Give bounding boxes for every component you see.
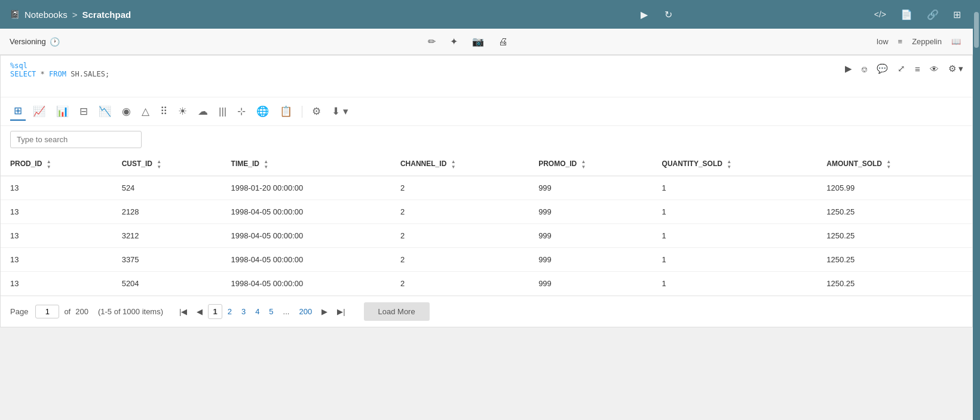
cell-time_id: 1998-04-05 00:00:00 xyxy=(222,224,391,248)
main-content: %sql SELECT * FROM SH.SALES; ▶ ⎊ 💬 ⤢ ≡ 👁 xyxy=(0,55,973,327)
viz-sun-button[interactable]: ☀ xyxy=(174,103,191,120)
cell-prod_id: 13 xyxy=(1,200,112,224)
cell-cust_id: 3212 xyxy=(112,224,222,248)
sort-arrows-amount-sold: ▲▼ xyxy=(886,159,891,170)
share-button[interactable]: 🔗 xyxy=(924,7,941,23)
versioning-label-text: Versioning xyxy=(10,37,46,46)
code-comment-button[interactable]: 💬 xyxy=(875,62,890,76)
magic-button[interactable]: ✦ xyxy=(448,33,460,50)
page-number-input[interactable] xyxy=(35,305,59,318)
cell-time_id: 1998-01-20 00:00:00 xyxy=(222,176,391,200)
viz-cloud-button[interactable]: ☁ xyxy=(194,103,212,120)
viz-triangle-button[interactable]: △ xyxy=(138,103,153,120)
scrollbar-thumb[interactable] xyxy=(974,12,979,48)
cell-cust_id: 5204 xyxy=(112,272,222,296)
table-row: 1333751998-04-05 00:00:00299911250.25 xyxy=(1,248,972,272)
toolbar-right-tools: low ≡ Zeppelin 📖 xyxy=(877,35,963,48)
sort-arrows-cust-id: ▲▼ xyxy=(157,159,161,170)
next-page-button[interactable]: ▶ xyxy=(317,305,332,318)
notebooks-link[interactable]: Notebooks xyxy=(24,10,68,20)
viz-bar2-button[interactable]: ||| xyxy=(215,103,230,120)
viz-pie-button[interactable]: ◉ xyxy=(118,103,134,120)
viz-line-button[interactable]: 📈 xyxy=(29,103,49,120)
col-header-amount-sold[interactable]: AMOUNT_SOLD ▲▼ xyxy=(817,153,972,176)
cell-quantity_sold: 1 xyxy=(653,272,817,296)
viz-filter-button[interactable]: ⚙ xyxy=(308,103,324,120)
sort-arrows-prod-id: ▲▼ xyxy=(47,159,51,170)
cell-promo_id: 999 xyxy=(529,200,652,224)
code-chart-button[interactable]: ⎊ xyxy=(860,62,869,76)
page-5-button[interactable]: 5 xyxy=(265,305,277,318)
code-expand-button[interactable]: ⤢ xyxy=(896,62,907,76)
viz-dot-button[interactable]: ⠿ xyxy=(157,103,171,120)
col-header-cust-id[interactable]: CUST_ID ▲▼ xyxy=(112,153,222,176)
refresh-button[interactable]: ↻ xyxy=(662,7,675,23)
zeppelin-icon-button[interactable]: 📖 xyxy=(949,35,963,48)
load-more-button[interactable]: Load More xyxy=(364,302,430,321)
table-row: 1352041998-04-05 00:00:00299911250.25 xyxy=(1,272,972,296)
viz-download-button[interactable]: ⬇ ▾ xyxy=(328,103,352,120)
sort-arrows-quantity-sold: ▲▼ xyxy=(727,159,731,170)
print-button[interactable]: 🖨 xyxy=(496,33,510,50)
col-header-channel-id[interactable]: CHANNEL_ID ▲▼ xyxy=(391,153,529,176)
code-view-button[interactable]: </> xyxy=(872,7,889,22)
viz-bar-button[interactable]: 📊 xyxy=(53,103,72,120)
cell-promo_id: 999 xyxy=(529,176,652,200)
viz-table-button[interactable]: ⊞ xyxy=(10,102,26,121)
cell-amount_sold: 1250.25 xyxy=(817,224,972,248)
table-row: 1321281998-04-05 00:00:00299911250.25 xyxy=(1,200,972,224)
viz-toolbar: ⊞ 📈 📊 ⊟ 📉 ◉ △ ⠿ ☀ ☁ ||| ⊹ 🌐 📋 ⚙ ⬇ ▾ xyxy=(1,97,972,126)
page-of-label: of xyxy=(64,307,71,316)
page-2-button[interactable]: 2 xyxy=(223,305,236,318)
col-header-promo-id[interactable]: PROMO_ID ▲▼ xyxy=(529,153,652,176)
cell-promo_id: 999 xyxy=(529,248,652,272)
right-scrollbar[interactable] xyxy=(973,0,980,420)
viz-scatter-button[interactable]: 📉 xyxy=(95,103,115,120)
total-pages-label: 200 xyxy=(75,307,88,316)
page-title: Scratchpad xyxy=(82,10,131,20)
viz-table2-button[interactable]: ⊟ xyxy=(76,103,91,120)
document-button[interactable]: 📄 xyxy=(898,7,915,23)
versioning-section[interactable]: Versioning 🕐 xyxy=(10,37,60,47)
table-row: 1332121998-04-05 00:00:00299911250.25 xyxy=(1,224,972,248)
cell-promo_id: 999 xyxy=(529,272,652,296)
first-page-button[interactable]: |◀ xyxy=(175,305,191,318)
cell-quantity_sold: 1 xyxy=(653,200,817,224)
code-eye-button[interactable]: 👁 xyxy=(928,62,941,76)
cell-prod_id: 13 xyxy=(1,176,112,200)
cell-quantity_sold: 1 xyxy=(653,248,817,272)
low-icon-button[interactable]: ≡ xyxy=(896,35,905,48)
run-button[interactable]: ▶ xyxy=(638,7,650,23)
sort-arrows-promo-id: ▲▼ xyxy=(581,159,586,170)
viz-globe-button[interactable]: 🌐 xyxy=(253,103,272,120)
viz-grid-button[interactable]: ⊹ xyxy=(234,103,249,120)
cell-channel_id: 2 xyxy=(391,224,529,248)
cell-cust_id: 3375 xyxy=(112,248,222,272)
pagination-bar: Page of 200 (1-5 of 1000 items) |◀ ◀ 1 2… xyxy=(1,296,972,327)
data-table: PROD_ID ▲▼ CUST_ID ▲▼ TIME_ID ▲▼ CHANN xyxy=(1,153,972,296)
page-200-button[interactable]: 200 xyxy=(295,305,316,318)
search-input[interactable] xyxy=(10,131,142,148)
page-label: Page xyxy=(10,307,28,316)
code-list-button[interactable]: ≡ xyxy=(913,62,922,76)
page-4-button[interactable]: 4 xyxy=(251,305,264,318)
code-run-button[interactable]: ▶ xyxy=(843,62,854,76)
cell-channel_id: 2 xyxy=(391,200,529,224)
col-header-quantity-sold[interactable]: QUANTITY_SOLD ▲▼ xyxy=(653,153,817,176)
header-right-icons: </> 📄 🔗 ⊞ xyxy=(872,7,963,23)
prev-page-button[interactable]: ◀ xyxy=(192,305,207,318)
code-settings-button[interactable]: ⚙ ▾ xyxy=(947,62,965,76)
camera-button[interactable]: 📷 xyxy=(470,33,486,50)
last-page-button[interactable]: ▶| xyxy=(333,305,349,318)
header-center-icons: ▶ ↻ xyxy=(440,7,871,23)
layout-button[interactable]: ⊞ xyxy=(951,7,963,23)
cell-prod_id: 13 xyxy=(1,224,112,248)
viz-doc-button[interactable]: 📋 xyxy=(276,103,296,120)
page-1-button[interactable]: 1 xyxy=(208,304,222,319)
col-header-time-id[interactable]: TIME_ID ▲▼ xyxy=(222,153,391,176)
page-3-button[interactable]: 3 xyxy=(237,305,250,318)
erase-button[interactable]: ✏ xyxy=(425,33,438,50)
cell-cust_id: 524 xyxy=(112,176,222,200)
code-block: %sql SELECT * FROM SH.SALES; ▶ ⎊ 💬 ⤢ ≡ 👁 xyxy=(1,56,972,97)
col-header-prod-id[interactable]: PROD_ID ▲▼ xyxy=(1,153,112,176)
